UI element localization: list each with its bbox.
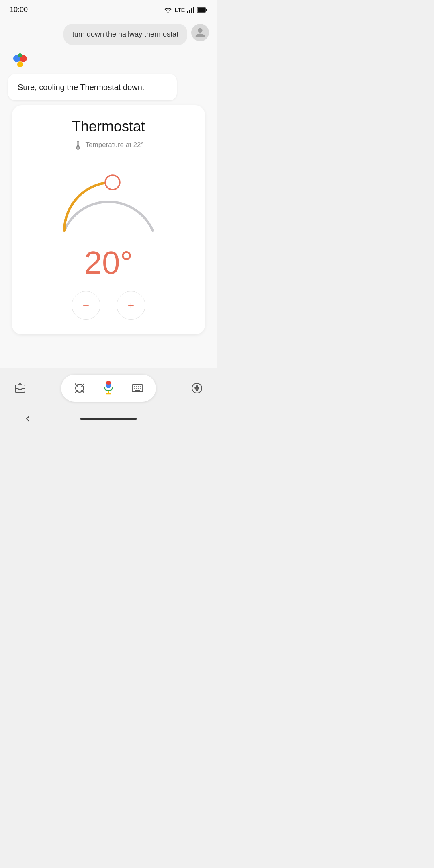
lte-label: LTE xyxy=(175,7,185,13)
svg-rect-1 xyxy=(189,10,190,13)
svg-rect-3 xyxy=(193,7,194,13)
battery-icon xyxy=(197,7,207,13)
inbox-icon xyxy=(14,382,27,395)
temp-label: Temperature at 22° xyxy=(86,141,144,149)
thermometer-icon xyxy=(74,140,82,150)
decrease-temp-button[interactable]: − xyxy=(72,291,100,320)
svg-rect-0 xyxy=(187,11,188,13)
temp-display: 20° xyxy=(84,247,133,279)
thermostat-title: Thermostat xyxy=(72,118,145,135)
compass-icon xyxy=(190,382,203,395)
increase-temp-button[interactable]: + xyxy=(117,291,145,320)
status-time: 10:00 xyxy=(10,6,28,14)
thermostat-card: Thermostat Temperature at 22° 20 xyxy=(12,105,205,334)
mic-icon xyxy=(102,380,115,396)
svg-marker-34 xyxy=(195,385,199,388)
svg-rect-6 xyxy=(206,9,207,11)
keyboard-button[interactable] xyxy=(127,378,148,399)
assistant-bubble: Sure, cooling the Thermostat down. xyxy=(8,74,177,100)
svg-rect-5 xyxy=(198,8,205,12)
user-message-row: turn down the hallway thermostat xyxy=(8,24,209,45)
back-button[interactable] xyxy=(18,408,39,429)
svg-rect-12 xyxy=(77,141,79,145)
svg-point-14 xyxy=(77,147,79,149)
person-icon xyxy=(194,27,206,38)
svg-point-15 xyxy=(105,175,120,190)
keyboard-icon xyxy=(131,382,143,394)
bottom-bar xyxy=(10,375,207,402)
user-bubble: turn down the hallway thermostat xyxy=(63,24,187,45)
mic-button[interactable] xyxy=(98,378,119,399)
assistant-row: Sure, cooling the Thermostat down. xyxy=(8,50,209,100)
bottom-area xyxy=(0,368,217,434)
svg-marker-35 xyxy=(195,388,199,391)
svg-point-9 xyxy=(17,61,23,67)
compass-button[interactable] xyxy=(186,378,207,399)
mic-pill xyxy=(61,375,156,402)
dial-container xyxy=(44,158,173,247)
user-avatar xyxy=(191,24,209,41)
thermostat-dial-svg xyxy=(44,158,173,247)
status-bar: 10:00 LTE xyxy=(0,0,217,17)
svg-point-10 xyxy=(18,53,22,57)
inbox-button[interactable] xyxy=(10,378,31,399)
svg-rect-20 xyxy=(107,381,110,383)
thermostat-buttons: − + xyxy=(72,291,145,320)
lens-button[interactable] xyxy=(69,378,90,399)
temp-label-row: Temperature at 22° xyxy=(74,140,144,150)
svg-rect-2 xyxy=(191,8,192,13)
status-icons: LTE xyxy=(164,7,207,13)
lens-icon xyxy=(74,382,86,394)
home-indicator[interactable] xyxy=(80,418,137,420)
google-dots-svg xyxy=(10,50,31,71)
wifi-icon xyxy=(164,7,172,13)
back-icon xyxy=(25,415,32,422)
signal-icon xyxy=(187,7,194,13)
google-assistant-logo xyxy=(10,50,31,71)
chat-area: turn down the hallway thermostat Sure, c… xyxy=(0,17,217,368)
